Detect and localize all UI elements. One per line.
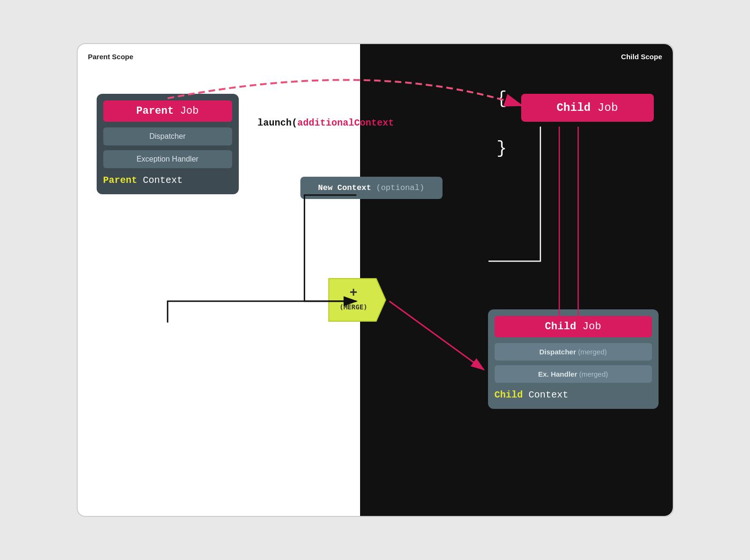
new-context-label: New Context <box>318 183 371 192</box>
launch-param: additionalContext <box>298 117 394 128</box>
exception-handler-row: Exception Handler <box>103 150 232 168</box>
child-job-top-word: Child <box>557 101 591 114</box>
dispatcher-row: Dispatcher <box>103 127 232 145</box>
dispatcher-merged-label: Dispatcher <box>539 348 576 356</box>
ex-handler-merged-label: Ex. Handler <box>538 370 578 378</box>
diagram-container: Parent Scope Child Scope { } Parent Job … <box>77 43 674 517</box>
new-context-box: New Context (optional) <box>300 177 443 199</box>
dispatcher-merged-row: Dispatcher (merged) <box>495 343 652 361</box>
child-scope-label: Child Scope <box>621 53 662 61</box>
brace-open: { <box>497 89 507 108</box>
child-job-top-suffix: Job <box>591 101 618 114</box>
parent-scope-label: Parent Scope <box>88 53 134 61</box>
child-job-badge-suffix: Job <box>576 321 601 333</box>
svg-text:+: + <box>350 285 357 299</box>
new-context-optional: (optional) <box>371 183 425 192</box>
parent-job-word: Parent <box>136 105 173 117</box>
parent-context-box: Parent Job Dispatcher Exception Handler … <box>97 94 239 194</box>
parent-context-label: Parent Context <box>103 175 232 186</box>
svg-marker-0 <box>329 279 386 321</box>
dispatcher-merged-suffix: (merged) <box>576 348 607 356</box>
ex-handler-merged-suffix: (merged) <box>577 370 608 378</box>
brace-close: } <box>497 139 507 158</box>
parent-job-suffix: Job <box>174 105 199 117</box>
ex-handler-merged-row: Ex. Handler (merged) <box>495 365 652 383</box>
parent-context-word: Parent <box>103 175 137 186</box>
launch-label: launch(additionalContext) <box>258 117 400 128</box>
merge-shape: + (MERGE) <box>324 276 390 324</box>
child-context-label: Child Context <box>495 389 652 400</box>
child-job-top: Child Job <box>521 94 654 122</box>
parent-job-badge: Parent Job <box>103 100 232 122</box>
child-job-badge-word: Child <box>545 321 576 333</box>
child-context-box: Child Job Dispatcher (merged) Ex. Handle… <box>488 309 659 409</box>
child-context-suffix: Context <box>523 389 569 400</box>
parent-context-suffix: Context <box>137 175 183 186</box>
child-job-badge: Child Job <box>495 316 652 337</box>
child-context-word: Child <box>495 389 523 400</box>
svg-text:(MERGE): (MERGE) <box>339 303 367 311</box>
launch-func: launch <box>258 117 292 128</box>
